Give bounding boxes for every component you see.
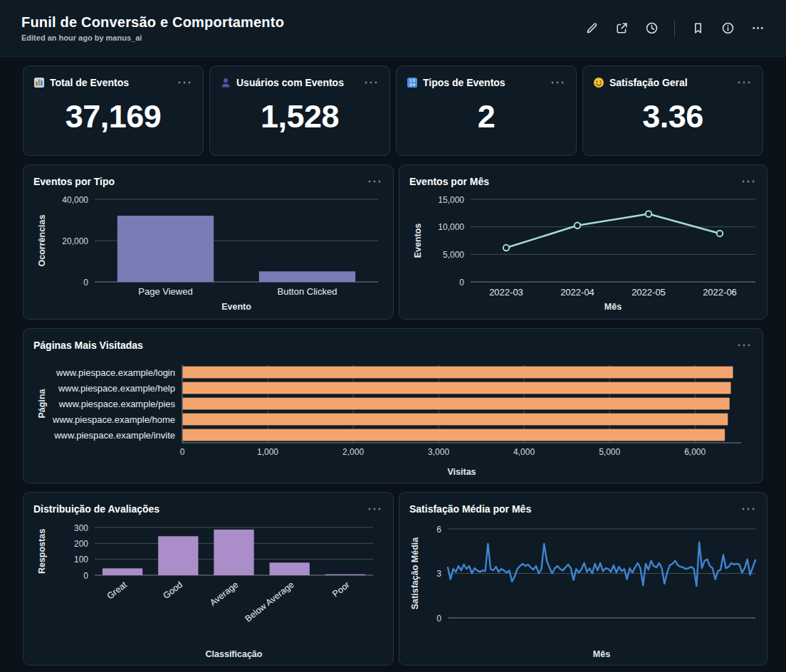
- card-menu-button[interactable]: [740, 505, 757, 513]
- eventos-por-tipo-bar-chart: 020,00040,000Page ViewedButton ClickedEv…: [33, 192, 384, 313]
- chart-card-paginas-mais-visitadas: Páginas Mais Visitadas 01,0002,0003,0004…: [23, 328, 763, 483]
- kpi-card-satisfacao: Satisfação Geral 3.36: [582, 65, 763, 156]
- chart-card-eventos-por-tipo: Eventos por Tipo 020,00040,000Page Viewe…: [23, 164, 394, 320]
- svg-text:3: 3: [436, 569, 441, 579]
- dashboard-title: Funil de Conversão e Comportamento: [21, 14, 284, 31]
- kpi-card-usuarios: Usuários com Eventos 1,528: [209, 65, 390, 156]
- svg-text:www.piespace.example/help: www.piespace.example/help: [58, 383, 175, 394]
- distribuicao-avaliacoes-bar-chart: 0100200300GreatGoodAverageBelow AverageP…: [33, 520, 384, 661]
- bookmark-icon[interactable]: [691, 21, 705, 36]
- svg-text:5,000: 5,000: [443, 250, 464, 260]
- kpi-value: 1,528: [220, 90, 379, 147]
- svg-text:1,000: 1,000: [257, 447, 278, 457]
- header-actions: [585, 20, 765, 37]
- history-clock-icon[interactable]: [644, 21, 659, 36]
- svg-text:Página: Página: [37, 388, 47, 418]
- kpi-card-total-eventos: Total de Eventos 37,169: [23, 65, 204, 156]
- chart-card-satisfacao-media: Satisfação Média por Mês 036MêsSatisfaçã…: [399, 492, 767, 666]
- svg-text:200: 200: [74, 539, 88, 549]
- svg-text:Page Viewed: Page Viewed: [138, 286, 192, 297]
- svg-text:Visitas: Visitas: [447, 467, 476, 477]
- edit-pencil-icon[interactable]: [585, 21, 599, 36]
- chart-card-eventos-por-mes: Eventos por Mês 05,00010,00015,0002022-0…: [399, 164, 767, 320]
- svg-text:4,000: 4,000: [513, 447, 535, 457]
- charts-row-3: Distribuição de Avaliações 0100200300Gre…: [23, 492, 763, 666]
- svg-text:0: 0: [436, 614, 441, 624]
- svg-text:2022-03: 2022-03: [489, 287, 523, 298]
- svg-text:Below Average: Below Average: [243, 579, 295, 624]
- toolbar-divider: [674, 20, 675, 37]
- svg-text:2,000: 2,000: [342, 447, 364, 457]
- charts-row-2: Páginas Mais Visitadas 01,0002,0003,0004…: [23, 328, 763, 483]
- svg-text:0: 0: [459, 278, 464, 288]
- svg-text:15,000: 15,000: [438, 195, 464, 205]
- svg-text:6: 6: [436, 525, 441, 535]
- svg-text:10,000: 10,000: [438, 222, 464, 232]
- user-silhouette-emoji-icon: [220, 77, 231, 88]
- kpi-title: Tipos de Eventos: [423, 77, 544, 88]
- svg-text:5,000: 5,000: [599, 447, 620, 457]
- svg-text:Respostas: Respostas: [37, 529, 47, 574]
- dashboard-header: Funil de Conversão e Comportamento Edite…: [0, 0, 786, 57]
- chart-title: Satisfação Média por Mês: [409, 503, 735, 515]
- svg-text:20,000: 20,000: [62, 236, 88, 246]
- kpi-card-tipos: 1 23 4 Tipos de Eventos 2: [396, 65, 577, 156]
- card-menu-button[interactable]: [366, 505, 383, 513]
- svg-text:Mês: Mês: [604, 302, 622, 312]
- svg-text:www.piespace.example/pies: www.piespace.example/pies: [58, 399, 176, 409]
- svg-text:100: 100: [74, 555, 88, 565]
- smiley-emoji-icon: [593, 77, 604, 88]
- svg-text:Button Clicked: Button Clicked: [278, 286, 337, 297]
- kpi-title: Usuários com Eventos: [236, 77, 357, 88]
- svg-text:Evento: Evento: [221, 302, 251, 312]
- svg-text:Mês: Mês: [593, 649, 610, 659]
- svg-text:www.piespace.example/login: www.piespace.example/login: [56, 367, 175, 378]
- card-menu-button[interactable]: [740, 178, 757, 185]
- card-menu-button[interactable]: [176, 79, 193, 86]
- svg-text:40,000: 40,000: [62, 195, 88, 205]
- svg-text:Good: Good: [161, 579, 184, 601]
- svg-text:2022-06: 2022-06: [703, 287, 737, 298]
- card-menu-button[interactable]: [362, 79, 379, 86]
- svg-text:Ocorrências: Ocorrências: [37, 214, 47, 266]
- eventos-por-mes-line-chart: 05,00010,00015,0002022-032022-042022-052…: [409, 192, 758, 313]
- dashboard-body: Total de Eventos 37,169 Usuários com Eve…: [0, 57, 786, 666]
- kpi-title: Satisfação Geral: [609, 77, 730, 88]
- svg-text:Satisfação Média: Satisfação Média: [410, 537, 420, 609]
- kpi-row: Total de Eventos 37,169 Usuários com Eve…: [23, 65, 763, 156]
- svg-text:Great: Great: [105, 579, 130, 602]
- bar-chart-emoji-icon: [33, 77, 45, 88]
- svg-text:www.piespace.example/invite: www.piespace.example/invite: [53, 430, 175, 441]
- svg-text:0: 0: [83, 571, 88, 581]
- chart-card-distribuicao-avaliacoes: Distribuição de Avaliações 0100200300Gre…: [23, 492, 394, 666]
- svg-text:0: 0: [180, 447, 185, 457]
- card-menu-button[interactable]: [366, 178, 383, 185]
- card-menu-button[interactable]: [549, 79, 566, 86]
- svg-text:Eventos: Eventos: [413, 224, 423, 258]
- satisfacao-media-line-chart: 036MêsSatisfação Média: [409, 520, 758, 661]
- chart-title: Eventos por Tipo: [33, 176, 361, 187]
- share-icon[interactable]: [614, 21, 629, 36]
- svg-text:Classificação: Classificação: [206, 649, 263, 659]
- charts-row-1: Eventos por Tipo 020,00040,000Page Viewe…: [23, 164, 763, 320]
- card-menu-button[interactable]: [735, 79, 753, 86]
- svg-text:www.piespace.example/home: www.piespace.example/home: [52, 414, 175, 425]
- info-icon[interactable]: [720, 21, 735, 36]
- more-menu-icon[interactable]: [750, 21, 765, 36]
- header-text: Funil de Conversão e Comportamento Edite…: [21, 14, 284, 42]
- card-menu-button[interactable]: [735, 342, 753, 349]
- svg-text:Average: Average: [208, 579, 240, 608]
- kpi-title: Total de Eventos: [50, 77, 171, 88]
- kpi-value: 3.36: [593, 90, 753, 147]
- svg-text:2022-04: 2022-04: [560, 287, 594, 298]
- kpi-value: 37,169: [33, 90, 193, 147]
- dashboard-subtitle: Edited an hour ago by manus_ai: [21, 33, 284, 42]
- svg-text:0: 0: [83, 278, 88, 288]
- kpi-value: 2: [407, 90, 566, 147]
- dashboard-page: Funil de Conversão e Comportamento Edite…: [0, 0, 786, 672]
- svg-text:300: 300: [74, 523, 88, 533]
- chart-title: Eventos por Mês: [409, 176, 735, 187]
- chart-title: Distribuição de Avaliações: [33, 503, 361, 515]
- svg-text:6,000: 6,000: [684, 447, 706, 457]
- svg-text:3 4: 3 4: [409, 83, 415, 87]
